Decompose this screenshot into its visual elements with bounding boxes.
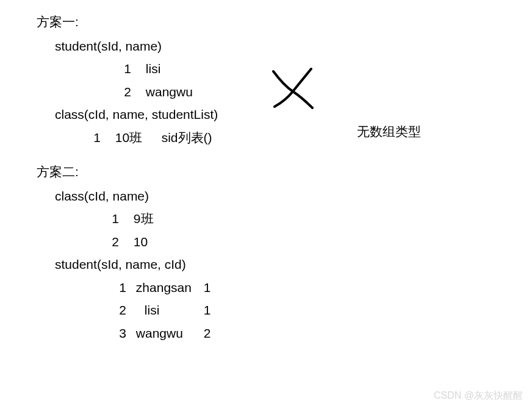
- cell-name: wangwu: [146, 82, 193, 102]
- cell-cid: 1: [204, 301, 217, 320]
- plan2-student-row: 1 zhangsan 1: [113, 278, 218, 297]
- document-body: 方案一: student(sId, name) 1 lisi 2 wangwu …: [37, 12, 218, 346]
- cell-list: sid列表(): [162, 128, 212, 148]
- cell-id: 2: [113, 301, 126, 320]
- cell-name: lisi: [146, 59, 161, 79]
- plan2-student-row: 3 wangwu 2: [113, 324, 218, 343]
- plan2-title: 方案二:: [37, 162, 218, 182]
- plan2-student-row: 2 lisi 1: [113, 301, 218, 320]
- watermark: CSDN @灰灰快醒醒: [434, 388, 523, 403]
- cell-cid: 2: [204, 324, 217, 343]
- plan1-section: 方案一: student(sId, name) 1 lisi 2 wangwu …: [37, 12, 218, 147]
- plan1-class-row: 1 10班 sid列表(): [82, 128, 218, 148]
- cell-id: 1: [101, 209, 119, 229]
- plan1-student-schema: student(sId, name): [55, 37, 218, 56]
- plan1-student-row: 2 wangwu: [107, 82, 218, 102]
- x-mark-icon: [268, 64, 317, 113]
- cell-id: 1: [107, 59, 131, 79]
- cell-name: 9班: [134, 209, 154, 229]
- plan2-student-schema: student(sId, name, cId): [55, 255, 218, 274]
- cell-name: lisi: [136, 301, 200, 320]
- plan1-student-row: 1 lisi: [107, 59, 218, 79]
- plan2-class-row: 2 10: [101, 232, 218, 252]
- cell-id: 2: [101, 232, 119, 252]
- cell-name: 10班: [115, 128, 158, 148]
- plan2-class-schema: class(cId, name): [55, 187, 218, 206]
- plan1-note: 无数组类型: [357, 122, 421, 141]
- cell-id: 1: [82, 128, 101, 148]
- plan2-section: 方案二: class(cId, name) 1 9班 2 10 student(…: [37, 162, 218, 343]
- cell-name: 10: [134, 232, 148, 252]
- cell-name: wangwu: [136, 324, 200, 343]
- cell-name: zhangsan: [136, 278, 200, 297]
- cell-id: 2: [107, 82, 131, 102]
- plan1-title: 方案一:: [37, 12, 218, 32]
- cell-id: 1: [113, 278, 126, 297]
- plan1-class-schema: class(cId, name, studentList): [55, 105, 218, 124]
- cell-id: 3: [113, 324, 126, 343]
- plan2-class-row: 1 9班: [101, 209, 218, 229]
- cell-cid: 1: [204, 278, 217, 297]
